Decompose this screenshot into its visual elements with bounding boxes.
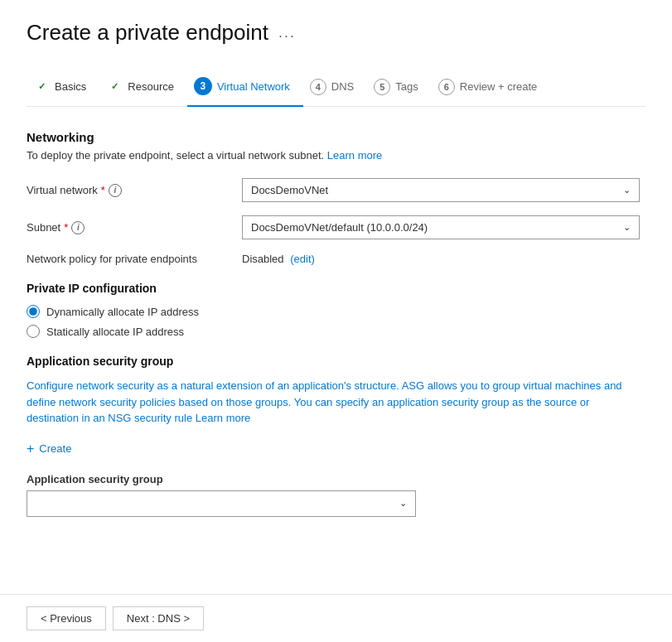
wizard-step-review-create[interactable]: 6 Review + create [432, 70, 551, 105]
private-ip-section-title: Private IP configuration [27, 282, 645, 295]
subnet-label: Subnet * i [27, 221, 242, 234]
asg-section-title: Application security group [27, 355, 645, 368]
virtual-network-required: * [101, 184, 105, 196]
networking-section-title: Networking [27, 130, 645, 144]
policy-status-text: Disabled [242, 253, 284, 265]
subnet-dropdown[interactable]: DocsDemoVNet/default (10.0.0.0/24) ⌄ [242, 215, 640, 239]
plus-icon: + [27, 442, 34, 456]
asg-dropdown-wrapper: ⌄ [27, 490, 416, 517]
previous-button[interactable]: < Previous [27, 606, 106, 630]
network-policy-label: Network policy for private endpoints [27, 253, 242, 265]
wizard-step-basics[interactable]: ✓ Basics [27, 70, 99, 105]
virtual-network-dropdown-value: DocsDemoVNet [251, 184, 328, 196]
virtual-network-dropdown[interactable]: DocsDemoVNet ⌄ [242, 178, 640, 202]
wizard-step-dns-label: DNS [331, 80, 354, 93]
networking-desc-text: To deploy the private endpoint, select a… [27, 149, 324, 162]
network-policy-status: Disabled (edit) [242, 253, 315, 265]
page-container: Create a private endpoint ... ✓ Basics ✓… [0, 0, 672, 642]
asg-desc-text: Configure network security as a natural … [27, 379, 622, 424]
virtual-network-label: Virtual network * i [27, 184, 242, 197]
wizard-step-tags[interactable]: 5 Tags [367, 70, 431, 105]
basics-check-icon: ✓ [33, 79, 50, 95]
wizard-step-dns[interactable]: 4 DNS [303, 70, 367, 105]
virtual-network-row: Virtual network * i DocsDemoVNet ⌄ [27, 178, 645, 202]
wizard-step-resource-label: Resource [128, 80, 174, 93]
virtual-network-info-icon[interactable]: i [109, 184, 122, 197]
networking-section-desc: To deploy the private endpoint, select a… [27, 149, 645, 162]
static-ip-radio[interactable] [27, 325, 40, 338]
networking-section: Networking To deploy the private endpoin… [27, 130, 645, 265]
wizard-step-review-create-label: Review + create [460, 80, 538, 93]
review-step-icon: 6 [438, 79, 455, 95]
asg-section: Application security group Configure net… [27, 355, 645, 517]
virtual-network-control: DocsDemoVNet ⌄ [242, 178, 645, 202]
dynamic-ip-label: Dynamically allocate IP address [46, 306, 199, 318]
resource-check-icon: ✓ [106, 79, 123, 95]
asg-create-button[interactable]: + Create [27, 438, 71, 460]
private-ip-radio-group: Dynamically allocate IP address Statical… [27, 305, 645, 338]
asg-dropdown[interactable]: ⌄ [27, 490, 416, 517]
subnet-dropdown-value: DocsDemoVNet/default (10.0.0.0/24) [251, 221, 428, 234]
footer: < Previous Next : DNS > [0, 594, 672, 642]
page-title: Create a private endpoint [27, 20, 268, 46]
wizard-step-tags-label: Tags [395, 80, 418, 93]
wizard-step-virtual-network-label: Virtual Network [217, 80, 290, 93]
network-policy-edit-link[interactable]: (edit) [290, 253, 315, 265]
subnet-info-icon[interactable]: i [71, 221, 85, 234]
dynamic-ip-radio[interactable] [27, 305, 40, 318]
previous-button-label: < Previous [41, 612, 92, 625]
subnet-row: Subnet * i DocsDemoVNet/default (10.0.0.… [27, 215, 645, 239]
main-content: Create a private endpoint ... ✓ Basics ✓… [0, 0, 672, 594]
page-title-ellipsis: ... [278, 24, 296, 41]
next-button[interactable]: Next : DNS > [113, 606, 204, 630]
wizard-step-basics-label: Basics [55, 80, 86, 93]
asg-chevron-icon: ⌄ [399, 498, 407, 509]
asg-learn-more-link[interactable]: Learn more [196, 412, 250, 424]
subnet-chevron-icon: ⌄ [623, 222, 631, 233]
wizard-steps: ✓ Basics ✓ Resource 3 Virtual Network 4 … [27, 69, 645, 107]
network-policy-row: Network policy for private endpoints Dis… [27, 253, 645, 265]
asg-dropdown-label: Application security group [27, 473, 645, 485]
wizard-step-resource[interactable]: ✓ Resource [99, 70, 187, 105]
dns-step-icon: 4 [310, 79, 326, 95]
virtual-network-chevron-icon: ⌄ [623, 185, 631, 195]
private-ip-section: Private IP configuration Dynamically all… [27, 282, 645, 338]
asg-create-label: Create [39, 442, 71, 455]
static-ip-option[interactable]: Statically allocate IP address [27, 325, 645, 338]
dynamic-ip-option[interactable]: Dynamically allocate IP address [27, 305, 645, 318]
subnet-required: * [64, 221, 68, 234]
virtual-network-step-icon: 3 [194, 77, 212, 95]
static-ip-label: Statically allocate IP address [46, 326, 184, 338]
asg-description: Configure network security as a natural … [27, 378, 623, 427]
page-title-row: Create a private endpoint ... [27, 20, 645, 46]
wizard-step-virtual-network[interactable]: 3 Virtual Network [187, 69, 303, 107]
networking-learn-more-link[interactable]: Learn more [327, 149, 382, 162]
next-button-label: Next : DNS > [127, 612, 190, 625]
subnet-control: DocsDemoVNet/default (10.0.0.0/24) ⌄ [242, 215, 645, 239]
tags-step-icon: 5 [374, 79, 390, 95]
